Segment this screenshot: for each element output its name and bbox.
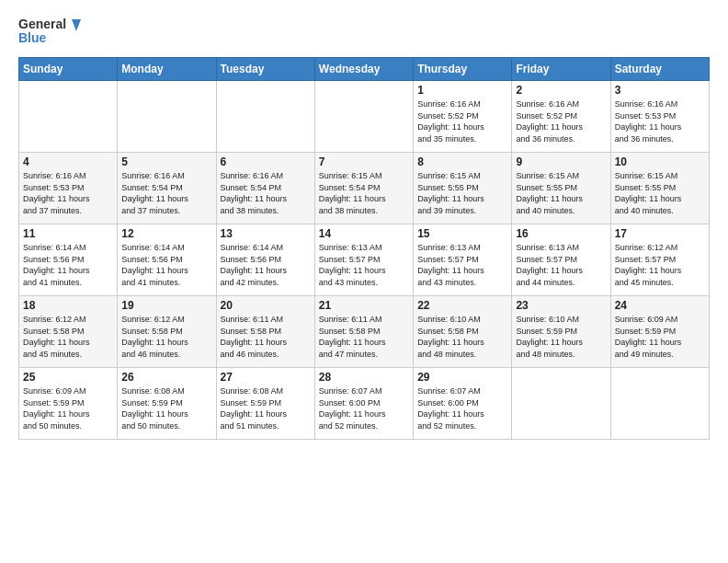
- day-info: Sunrise: 6:15 AMSunset: 5:55 PMDaylight:…: [516, 170, 606, 216]
- day-info: Sunrise: 6:07 AMSunset: 6:00 PMDaylight:…: [417, 385, 507, 431]
- day-number: 7: [319, 155, 409, 168]
- calendar-cell: 2Sunrise: 6:16 AMSunset: 5:52 PMDaylight…: [512, 81, 610, 153]
- day-info: Sunrise: 6:09 AMSunset: 5:59 PMDaylight:…: [23, 385, 113, 431]
- logo-svg: General Blue: [18, 15, 83, 52]
- week-row-1: 4Sunrise: 6:16 AMSunset: 5:53 PMDaylight…: [19, 153, 710, 224]
- col-header-tuesday: Tuesday: [216, 58, 314, 81]
- header: General Blue: [18, 15, 710, 52]
- day-info: Sunrise: 6:15 AMSunset: 5:55 PMDaylight:…: [417, 170, 507, 216]
- calendar-cell: 22Sunrise: 6:10 AMSunset: 5:58 PMDayligh…: [414, 296, 512, 368]
- day-info: Sunrise: 6:16 AMSunset: 5:54 PMDaylight:…: [121, 170, 211, 216]
- day-number: 29: [417, 371, 507, 384]
- calendar-cell: 20Sunrise: 6:11 AMSunset: 5:58 PMDayligh…: [216, 296, 314, 368]
- col-header-saturday: Saturday: [610, 58, 709, 81]
- day-info: Sunrise: 6:10 AMSunset: 5:59 PMDaylight:…: [516, 314, 606, 360]
- day-number: 11: [23, 227, 113, 240]
- day-info: Sunrise: 6:15 AMSunset: 5:55 PMDaylight:…: [615, 170, 705, 216]
- day-info: Sunrise: 6:16 AMSunset: 5:53 PMDaylight:…: [615, 98, 705, 144]
- day-info: Sunrise: 6:16 AMSunset: 5:54 PMDaylight:…: [221, 170, 311, 216]
- calendar-cell: 18Sunrise: 6:12 AMSunset: 5:58 PMDayligh…: [19, 296, 118, 368]
- day-number: 21: [319, 299, 409, 312]
- day-number: 15: [417, 227, 507, 240]
- svg-marker-2: [72, 19, 81, 31]
- day-number: 16: [516, 227, 606, 240]
- calendar-cell: [610, 368, 709, 440]
- col-header-friday: Friday: [512, 58, 610, 81]
- calendar-cell: 26Sunrise: 6:08 AMSunset: 5:59 PMDayligh…: [118, 368, 216, 440]
- day-info: Sunrise: 6:11 AMSunset: 5:58 PMDaylight:…: [319, 314, 409, 360]
- day-number: 14: [319, 227, 409, 240]
- day-info: Sunrise: 6:08 AMSunset: 5:59 PMDaylight:…: [221, 385, 311, 431]
- calendar-cell: 15Sunrise: 6:13 AMSunset: 5:57 PMDayligh…: [414, 224, 512, 296]
- day-number: 17: [615, 227, 705, 240]
- page: General Blue SundayMondayTuesdayWednesda…: [0, 0, 728, 563]
- day-number: 1: [417, 84, 507, 97]
- calendar-cell: 1Sunrise: 6:16 AMSunset: 5:52 PMDaylight…: [414, 81, 512, 153]
- day-number: 5: [121, 155, 211, 168]
- calendar-cell: [512, 368, 610, 440]
- day-number: 6: [221, 155, 311, 168]
- day-info: Sunrise: 6:12 AMSunset: 5:57 PMDaylight:…: [615, 242, 705, 288]
- calendar-cell: 21Sunrise: 6:11 AMSunset: 5:58 PMDayligh…: [314, 296, 413, 368]
- day-info: Sunrise: 6:12 AMSunset: 5:58 PMDaylight:…: [121, 314, 211, 360]
- calendar-cell: 5Sunrise: 6:16 AMSunset: 5:54 PMDaylight…: [118, 153, 216, 224]
- day-number: 9: [516, 155, 606, 168]
- day-number: 3: [615, 84, 705, 97]
- day-info: Sunrise: 6:15 AMSunset: 5:54 PMDaylight:…: [319, 170, 409, 216]
- day-number: 27: [221, 371, 311, 384]
- day-number: 20: [221, 299, 311, 312]
- calendar-cell: 25Sunrise: 6:09 AMSunset: 5:59 PMDayligh…: [19, 368, 118, 440]
- col-header-thursday: Thursday: [414, 58, 512, 81]
- day-info: Sunrise: 6:14 AMSunset: 5:56 PMDaylight:…: [23, 242, 113, 288]
- day-info: Sunrise: 6:16 AMSunset: 5:53 PMDaylight:…: [23, 170, 113, 216]
- day-number: 22: [417, 299, 507, 312]
- day-number: 19: [121, 299, 211, 312]
- svg-text:General: General: [18, 17, 66, 31]
- header-row: SundayMondayTuesdayWednesdayThursdayFrid…: [19, 58, 710, 81]
- day-info: Sunrise: 6:10 AMSunset: 5:58 PMDaylight:…: [417, 314, 507, 360]
- calendar-cell: 19Sunrise: 6:12 AMSunset: 5:58 PMDayligh…: [118, 296, 216, 368]
- calendar-cell: 3Sunrise: 6:16 AMSunset: 5:53 PMDaylight…: [610, 81, 709, 153]
- day-number: 10: [615, 155, 705, 168]
- calendar-cell: 17Sunrise: 6:12 AMSunset: 5:57 PMDayligh…: [610, 224, 709, 296]
- calendar-cell: 4Sunrise: 6:16 AMSunset: 5:53 PMDaylight…: [19, 153, 118, 224]
- calendar-table: SundayMondayTuesdayWednesdayThursdayFrid…: [18, 57, 710, 440]
- day-number: 24: [615, 299, 705, 312]
- calendar-cell: 14Sunrise: 6:13 AMSunset: 5:57 PMDayligh…: [314, 224, 413, 296]
- day-number: 23: [516, 299, 606, 312]
- col-header-monday: Monday: [118, 58, 216, 81]
- logo: General Blue: [18, 15, 83, 52]
- calendar-cell: [118, 81, 216, 153]
- col-header-sunday: Sunday: [19, 58, 118, 81]
- calendar-cell: [314, 81, 413, 153]
- day-info: Sunrise: 6:14 AMSunset: 5:56 PMDaylight:…: [121, 242, 211, 288]
- calendar-cell: 10Sunrise: 6:15 AMSunset: 5:55 PMDayligh…: [610, 153, 709, 224]
- week-row-3: 18Sunrise: 6:12 AMSunset: 5:58 PMDayligh…: [19, 296, 710, 368]
- calendar-cell: [19, 81, 118, 153]
- calendar-cell: 28Sunrise: 6:07 AMSunset: 6:00 PMDayligh…: [314, 368, 413, 440]
- week-row-2: 11Sunrise: 6:14 AMSunset: 5:56 PMDayligh…: [19, 224, 710, 296]
- day-info: Sunrise: 6:13 AMSunset: 5:57 PMDaylight:…: [417, 242, 507, 288]
- day-info: Sunrise: 6:13 AMSunset: 5:57 PMDaylight:…: [319, 242, 409, 288]
- calendar-cell: 23Sunrise: 6:10 AMSunset: 5:59 PMDayligh…: [512, 296, 610, 368]
- day-info: Sunrise: 6:14 AMSunset: 5:56 PMDaylight:…: [221, 242, 311, 288]
- day-number: 18: [23, 299, 113, 312]
- calendar-cell: 16Sunrise: 6:13 AMSunset: 5:57 PMDayligh…: [512, 224, 610, 296]
- calendar-cell: 11Sunrise: 6:14 AMSunset: 5:56 PMDayligh…: [19, 224, 118, 296]
- day-number: 4: [23, 155, 113, 168]
- day-number: 26: [121, 371, 211, 384]
- day-number: 2: [516, 84, 606, 97]
- day-info: Sunrise: 6:09 AMSunset: 5:59 PMDaylight:…: [615, 314, 705, 360]
- calendar-cell: [216, 81, 314, 153]
- calendar-cell: 8Sunrise: 6:15 AMSunset: 5:55 PMDaylight…: [414, 153, 512, 224]
- calendar-cell: 27Sunrise: 6:08 AMSunset: 5:59 PMDayligh…: [216, 368, 314, 440]
- calendar-cell: 12Sunrise: 6:14 AMSunset: 5:56 PMDayligh…: [118, 224, 216, 296]
- day-info: Sunrise: 6:16 AMSunset: 5:52 PMDaylight:…: [516, 98, 606, 144]
- day-info: Sunrise: 6:11 AMSunset: 5:58 PMDaylight:…: [221, 314, 311, 360]
- day-info: Sunrise: 6:12 AMSunset: 5:58 PMDaylight:…: [23, 314, 113, 360]
- day-number: 12: [121, 227, 211, 240]
- calendar-cell: 9Sunrise: 6:15 AMSunset: 5:55 PMDaylight…: [512, 153, 610, 224]
- calendar-cell: 24Sunrise: 6:09 AMSunset: 5:59 PMDayligh…: [610, 296, 709, 368]
- week-row-4: 25Sunrise: 6:09 AMSunset: 5:59 PMDayligh…: [19, 368, 710, 440]
- day-number: 25: [23, 371, 113, 384]
